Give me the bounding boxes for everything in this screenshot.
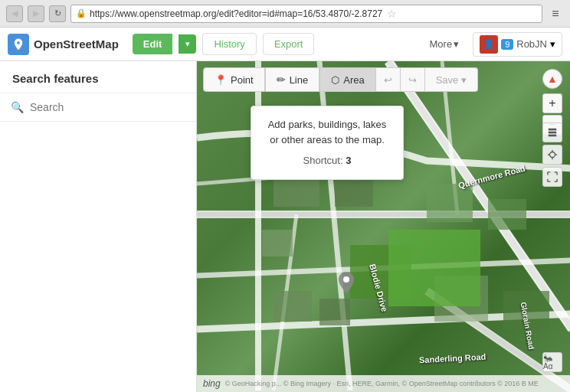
back-button[interactable]: ◀	[6, 5, 23, 22]
avatar: 👤	[480, 35, 498, 54]
svg-rect-3	[262, 230, 293, 256]
redo-button[interactable]: ↪	[401, 67, 425, 92]
layers-button[interactable]	[542, 122, 562, 142]
svg-point-12	[343, 276, 349, 283]
history-button[interactable]: History	[202, 33, 256, 55]
svg-rect-15	[549, 135, 557, 137]
area-tooltip: Add parks, buildings, lakes or other are…	[251, 106, 404, 180]
osm-logo: OpenStreetMap	[8, 34, 119, 55]
svg-rect-14	[549, 132, 557, 134]
svg-rect-13	[549, 129, 557, 131]
point-tool-button[interactable]: 📍 Point	[203, 67, 265, 92]
compass-button[interactable]: ▲	[542, 69, 562, 89]
zoom-in-button[interactable]: +	[542, 93, 562, 113]
tooltip-shortcut: Shortcut: 3	[264, 153, 391, 168]
browser-menu-button[interactable]: ≡	[547, 5, 564, 22]
svg-point-16	[550, 152, 555, 158]
user-name: RobJN	[516, 38, 547, 50]
map-area[interactable]: Quernmore Road Blodie Drive Sanderling R…	[197, 61, 570, 392]
main-content: Search features 🔍	[0, 61, 570, 392]
svg-point-0	[17, 41, 20, 44]
address-bar[interactable]: 🔒 https://www.openstreetmap.org/edit?edi…	[70, 5, 542, 23]
user-count: 9	[501, 39, 513, 50]
fullscreen-button[interactable]	[542, 167, 562, 187]
app-header: OpenStreetMap Edit ▾ History Export More…	[0, 28, 570, 61]
side-controls	[542, 122, 562, 187]
area-icon: ⬡	[331, 74, 339, 86]
map-attribution: bing © GeoHacking p... © Bing Imagery · …	[197, 375, 570, 392]
edit-dropdown-button[interactable]: ▾	[179, 34, 196, 54]
sidebar-title: Search features	[0, 61, 196, 93]
browser-chrome: ◀ ▶ ↻ 🔒 https://www.openstreetmap.org/ed…	[0, 0, 570, 28]
locate-button[interactable]	[542, 145, 562, 165]
edit-button[interactable]: Edit	[133, 34, 173, 54]
more-button[interactable]: More ▾	[422, 34, 467, 54]
osm-logo-icon	[8, 34, 29, 55]
line-tool-button[interactable]: ✏ Line	[265, 67, 320, 92]
user-dropdown-icon: ▾	[550, 38, 555, 50]
line-icon: ✏	[277, 74, 286, 86]
svg-rect-8	[274, 291, 312, 322]
area-tool-button[interactable]: ⬡ Area	[319, 67, 375, 92]
lock-icon: 🔒	[76, 8, 87, 18]
map-pin	[339, 272, 354, 296]
export-button[interactable]: Export	[263, 33, 315, 55]
search-input[interactable]	[30, 101, 185, 113]
svg-rect-2	[335, 176, 373, 207]
bing-logo: bing	[203, 378, 221, 389]
point-icon: 📍	[215, 74, 227, 86]
user-badge[interactable]: 👤 9 RobJN ▾	[473, 32, 562, 57]
svg-rect-6	[488, 199, 526, 230]
forward-button[interactable]: ▶	[28, 5, 44, 22]
svg-rect-9	[319, 299, 350, 325]
search-box: 🔍	[0, 93, 196, 122]
refresh-button[interactable]: ↻	[49, 5, 66, 22]
sidebar: Search features 🔍	[0, 61, 197, 392]
svg-rect-11	[388, 230, 480, 306]
undo-button[interactable]: ↩	[376, 67, 401, 92]
text-size-button[interactable]: 🐜 Aα	[542, 352, 562, 372]
map-toolbar: 📍 Point ✏ Line ⬡ Area ↩ ↪ Save ▾	[203, 67, 478, 92]
search-icon: 🔍	[11, 101, 24, 113]
bookmark-icon[interactable]: ☆	[387, 8, 397, 20]
tooltip-text: Add parks, buildings, lakes or other are…	[264, 117, 391, 147]
save-button[interactable]: Save ▾	[425, 67, 478, 92]
map-attribution-text: © GeoHacking p... © Bing Imagery · Esri,…	[225, 380, 539, 387]
svg-rect-5	[427, 184, 473, 222]
bottom-right-controls: 🐜 Aα	[542, 352, 562, 372]
